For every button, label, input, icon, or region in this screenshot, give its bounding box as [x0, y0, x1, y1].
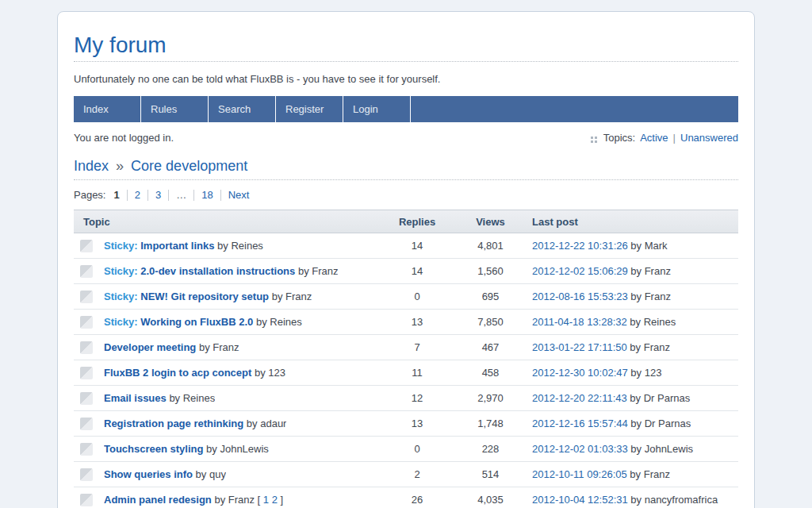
topic-status-icon [80, 367, 93, 379]
nav-item-register[interactable]: Register [276, 96, 343, 122]
topic-byline: by Franz [196, 341, 239, 353]
topic-title-link[interactable]: 2.0-dev installation instructions [140, 265, 295, 277]
topic-title-link[interactable]: Show queries info [104, 468, 193, 480]
topic-pages-bracket-open: [ [255, 494, 263, 506]
topics-separator: | [673, 132, 676, 144]
views-count: 458 [453, 367, 528, 379]
board-tagline: Unfortunately no one can be told what Fl… [74, 73, 738, 86]
topic-cell: FluxBB 2 login to acp concept by 123 [74, 367, 381, 379]
topic-cell: Show queries info by quy [74, 468, 381, 481]
replies-count: 2 [381, 468, 453, 480]
nav-item-index[interactable]: Index [74, 96, 140, 122]
unanswered-topics-link[interactable]: Unanswered [680, 132, 738, 144]
views-count: 4,035 [453, 494, 528, 506]
replies-count: 26 [381, 494, 453, 506]
topic-status-icon [80, 392, 93, 405]
topic-byline: by JohnLewis [203, 443, 268, 455]
nav-item-search[interactable]: Search [209, 96, 275, 122]
forum-page-panel: My forum Unfortunately no one can be tol… [57, 11, 755, 508]
title-divider [74, 61, 738, 62]
topics-quicklinks: Topics: Active | Unanswered [591, 132, 738, 144]
topic-title-link[interactable]: Touchscreen styling [104, 443, 203, 455]
nav-filler [411, 96, 738, 122]
topic-text: Sticky: Working on FluxBB 2.0 by Reines [104, 316, 302, 328]
breadcrumb-index-link[interactable]: Index [74, 158, 109, 174]
topic-page-link[interactable]: 2 [272, 494, 278, 506]
breadcrumb-current-forum-link[interactable]: Core development [131, 158, 247, 174]
last-post-cell: 2012-12-16 15:57:44 by Dr Parnas [528, 418, 738, 429]
page-18-link[interactable]: 18 [194, 189, 220, 201]
topics-label: Topics: [603, 132, 635, 144]
topic-text: Email issues by Reines [104, 392, 215, 404]
topic-text: Sticky: NEW! Git repository setup by Fra… [104, 291, 312, 302]
last-post-date-link[interactable]: 2012-12-16 15:57:44 [532, 418, 628, 429]
topic-title-link[interactable]: Registration page rethinking [104, 418, 243, 429]
last-post-cell: 2012-10-04 12:52:31 by nancyfromafrica [528, 494, 738, 506]
topic-status-icon [80, 316, 93, 329]
topic-byline: by 123 [251, 367, 285, 379]
topic-status-icon [80, 468, 93, 481]
sticky-label: Sticky: [104, 240, 140, 252]
active-topics-link[interactable]: Active [640, 132, 668, 144]
header-views: Views [453, 216, 528, 228]
topic-text: Show queries info by quy [104, 468, 226, 480]
topic-byline: by adaur [243, 418, 286, 429]
last-post-author: by JohnLewis [628, 443, 693, 455]
last-post-date-link[interactable]: 2012-12-30 10:02:47 [532, 367, 628, 379]
topic-cell: Sticky: Working on FluxBB 2.0 by Reines [74, 316, 381, 329]
replies-count: 14 [381, 240, 453, 252]
views-count: 514 [453, 468, 528, 480]
topic-title-link[interactable]: Working on FluxBB 2.0 [140, 316, 253, 328]
topic-title-link[interactable]: FluxBB 2 login to acp concept [104, 367, 251, 379]
table-row: Email issues by Reines122,9702012-12-20 … [74, 386, 738, 411]
nav-item-rules[interactable]: Rules [141, 96, 208, 122]
last-post-author: by Franz [628, 291, 671, 302]
topic-title-link[interactable]: Admin panel redesign [104, 494, 212, 506]
last-post-date-link[interactable]: 2012-08-16 15:53:23 [532, 291, 628, 302]
page-3-link[interactable]: 3 [148, 189, 168, 201]
pages-label: Pages: [74, 189, 105, 201]
login-status-text: You are not logged in. [74, 132, 174, 144]
last-post-date-link[interactable]: 2013-01-22 17:11:50 [532, 341, 627, 353]
breadcrumb-divider [74, 179, 738, 180]
last-post-date-link[interactable]: 2012-10-11 09:26:05 [532, 468, 627, 480]
table-row: Sticky: Important links by Reines144,801… [74, 233, 738, 259]
table-row: Sticky: Working on FluxBB 2.0 by Reines1… [74, 310, 738, 335]
last-post-date-link[interactable]: 2011-04-18 13:28:32 [532, 316, 627, 328]
topic-status-icon [80, 418, 93, 430]
last-post-date-link[interactable]: 2012-12-02 01:03:33 [532, 443, 628, 455]
table-row: Registration page rethinking by adaur131… [74, 411, 738, 437]
topic-title-link[interactable]: Email issues [104, 392, 167, 404]
status-row: You are not logged in. Topics: Active | … [74, 132, 738, 144]
topic-byline: by Franz [212, 494, 255, 506]
page-next-link[interactable]: Next [221, 189, 257, 201]
breadcrumb: Index » Core development [74, 157, 738, 175]
replies-count: 13 [381, 418, 453, 429]
last-post-date-link[interactable]: 2012-12-20 22:11:43 [532, 392, 627, 404]
sticky-label: Sticky: [104, 316, 140, 328]
page-2-link[interactable]: 2 [128, 189, 147, 201]
views-count: 7,850 [453, 316, 528, 328]
topic-cell: Sticky: NEW! Git repository setup by Fra… [74, 291, 381, 303]
topic-title-link[interactable]: Important links [140, 240, 214, 252]
topic-cell: Registration page rethinking by adaur [74, 418, 381, 430]
nav-item-login[interactable]: Login [343, 96, 410, 122]
topic-status-icon [80, 265, 93, 278]
last-post-cell: 2012-10-11 09:26:05 by Franz [528, 468, 738, 480]
topic-status-icon [80, 341, 93, 354]
last-post-date-link[interactable]: 2012-12-22 10:31:26 [532, 240, 628, 252]
page-ellipsis: … [169, 189, 193, 201]
topic-title-link[interactable]: NEW! Git repository setup [140, 291, 269, 302]
table-row: Show queries info by quy25142012-10-11 0… [74, 462, 738, 487]
views-count: 4,801 [453, 240, 528, 252]
last-post-date-link[interactable]: 2012-12-02 15:06:29 [532, 265, 628, 277]
topic-cell: Sticky: 2.0-dev installation instruction… [74, 265, 381, 278]
topic-page-link[interactable]: 1 [263, 494, 269, 506]
board-title: My forum [74, 32, 738, 59]
topic-byline: by Reines [253, 316, 301, 328]
topic-status-icon [80, 443, 93, 456]
last-post-date-link[interactable]: 2012-10-04 12:52:31 [532, 494, 628, 506]
replies-count: 14 [381, 265, 453, 277]
views-count: 1,560 [453, 265, 528, 277]
topic-title-link[interactable]: Developer meeting [104, 341, 196, 353]
